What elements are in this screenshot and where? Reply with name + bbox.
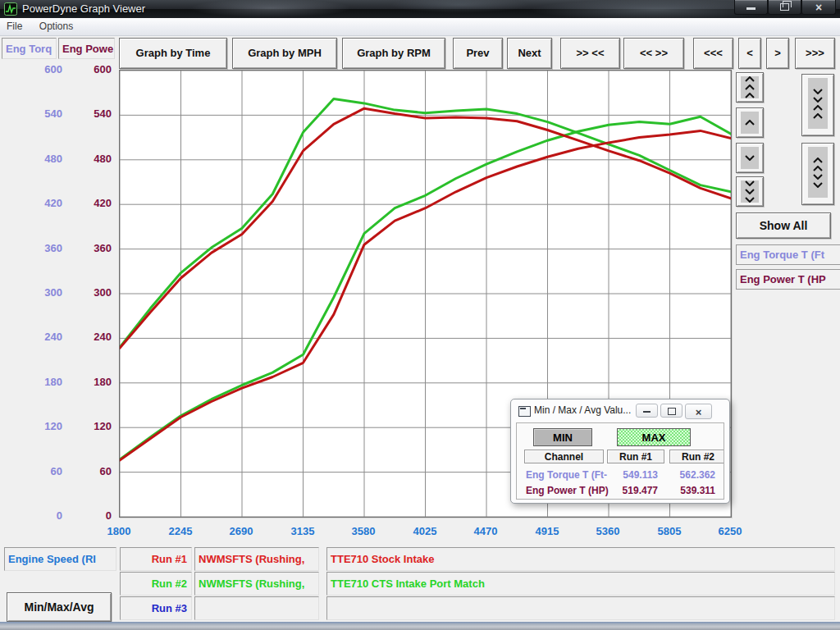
run3-label: Run #3: [120, 596, 192, 620]
menu-file[interactable]: File: [0, 18, 29, 32]
torque-run2-max: 562.362: [648, 469, 715, 481]
chevron-up-icon: [813, 166, 823, 171]
chevron-down-icon: [813, 89, 823, 94]
next-button[interactable]: Next: [507, 38, 552, 69]
rpm-axis-tick: 2245: [156, 525, 205, 538]
menu-bar: File Options: [0, 18, 840, 36]
y-pan-up-fast-button[interactable]: [736, 72, 764, 103]
run2-description: TTE710 CTS Intake Port Match: [326, 572, 835, 596]
y-zoom-in-button[interactable]: [801, 74, 834, 136]
zoom-in-x-button[interactable]: >> <<: [560, 38, 620, 69]
y-pan-down-fast-button[interactable]: [736, 176, 764, 207]
pan-right-fast-button[interactable]: >>>: [795, 38, 835, 69]
torque-channel-button[interactable]: Eng Torq: [2, 38, 57, 59]
minmax-dialog: Min / Max / Avg Valu... × MIN MAX Channe…: [510, 399, 730, 504]
rpm-axis-tick: 3580: [339, 525, 388, 538]
chevron-down-icon: [745, 197, 755, 203]
graph-by-time-button[interactable]: Graph by Time: [119, 38, 227, 69]
power-axis-tick: 360: [69, 242, 112, 253]
chevron-down-icon: [813, 182, 823, 188]
restore-icon[interactable]: [768, 0, 801, 15]
torque-axis-tick: 480: [15, 153, 62, 164]
run1-column-header[interactable]: Run #1: [607, 450, 664, 463]
max-tab-button[interactable]: MAX: [617, 428, 691, 446]
pan-left-fast-button[interactable]: <<<: [693, 38, 733, 69]
zoom-out-x-button[interactable]: << >>: [623, 38, 684, 69]
run2-column-header[interactable]: Run #2: [669, 450, 724, 463]
dialog-title: Min / Max / Avg Valu...: [534, 404, 631, 416]
chevron-down-icon: [745, 155, 755, 161]
powerdyne-window: PowerDyne Graph Viewer × File Options En…: [0, 0, 840, 630]
chevron-down-icon: [813, 97, 823, 103]
rpm-axis-tick: 6250: [705, 525, 755, 538]
rpm-axis-tick: 3135: [278, 525, 327, 538]
window-bottom-edge: [0, 622, 840, 630]
minmaxavg-button[interactable]: Min/Max/Avg: [7, 592, 112, 622]
power-axis-tick: 60: [69, 465, 112, 477]
menu-options[interactable]: Options: [33, 18, 80, 32]
rpm-axis-tick: 4025: [400, 525, 450, 538]
pan-right-button[interactable]: >: [766, 38, 789, 69]
chevron-up-icon: [813, 158, 823, 163]
dialog-restore-icon[interactable]: [660, 404, 682, 418]
channel-column-header[interactable]: Channel: [524, 450, 604, 463]
run2-label: Run #2: [120, 572, 192, 596]
power-axis-tick: 120: [69, 420, 112, 431]
run2-file: NWMSFTS (Rushing,: [194, 572, 319, 596]
power-axis-tick: 300: [69, 286, 112, 298]
torque-axis-tick: 360: [15, 242, 62, 253]
torque-axis-channel-label: Eng Torque T (Ft: [736, 244, 840, 265]
torque-axis-tick: 120: [15, 420, 62, 431]
torque-axis-tick: 60: [15, 465, 62, 477]
dialog-minimize-icon[interactable]: [636, 404, 658, 418]
dialog-close-icon[interactable]: ×: [685, 404, 712, 419]
prev-button[interactable]: Prev: [453, 38, 503, 69]
show-all-button[interactable]: Show All: [736, 212, 831, 239]
torque-axis-tick: 420: [15, 197, 62, 208]
rpm-axis-tick: 4915: [523, 525, 572, 538]
torque-axis-tick: 240: [15, 331, 62, 342]
chevron-up-icon: [745, 93, 755, 98]
graph-by-rpm-button[interactable]: Graph by RPM: [342, 38, 445, 69]
pan-left-button[interactable]: <: [738, 38, 761, 69]
run3-description: [326, 596, 835, 620]
minimize-icon[interactable]: [734, 0, 768, 15]
power-axis-channel-label: Eng Power T (HP: [736, 269, 840, 290]
chevron-down-icon: [745, 189, 755, 194]
power-axis-tick: 420: [69, 197, 112, 208]
run3-file: [194, 596, 319, 620]
chevron-down-icon: [745, 180, 755, 186]
power-axis-tick: 600: [69, 63, 112, 75]
chevron-up-icon: [813, 105, 823, 111]
torque-axis-tick: 180: [15, 376, 62, 387]
power-axis-tick: 0: [69, 509, 112, 521]
power-axis-tick: 240: [69, 331, 112, 342]
power-run2-max: 539.311: [648, 485, 715, 496]
chevron-down-icon: [813, 174, 823, 180]
power-channel-button[interactable]: Eng Powe: [58, 38, 115, 59]
chevron-up-icon: [745, 84, 755, 90]
chevron-up-icon: [813, 113, 823, 119]
min-tab-button[interactable]: MIN: [533, 428, 592, 446]
rpm-axis-tick: 5360: [583, 525, 632, 538]
rpm-axis-tick: 4470: [461, 525, 510, 538]
close-icon[interactable]: ×: [801, 0, 836, 15]
y-pan-down-button[interactable]: [736, 143, 764, 173]
power-axis-tick: 480: [69, 153, 112, 164]
chevron-up-icon: [745, 76, 755, 82]
y-pan-up-button[interactable]: [736, 107, 764, 138]
dialog-body: MIN MAX Channel Run #1 Run #2 Eng Torque…: [516, 422, 724, 500]
app-icon: [4, 2, 17, 16]
run1-label: Run #1: [120, 547, 192, 571]
torque-axis-tick: 0: [15, 509, 62, 521]
torque-axis-tick: 600: [15, 63, 62, 75]
graph-by-mph-button[interactable]: Graph by MPH: [232, 38, 337, 69]
rpm-axis-tick: 1800: [94, 525, 144, 538]
run1-file: NWMSFTS (Rushing,: [194, 547, 319, 571]
power-axis-tick: 180: [69, 376, 112, 387]
x-channel-box: Engine Speed (RI: [4, 547, 116, 571]
rpm-axis-tick: 2690: [217, 525, 266, 538]
chevron-up-icon: [745, 120, 755, 126]
y-zoom-out-button[interactable]: [801, 143, 834, 205]
rpm-axis-tick: 5805: [645, 525, 694, 538]
